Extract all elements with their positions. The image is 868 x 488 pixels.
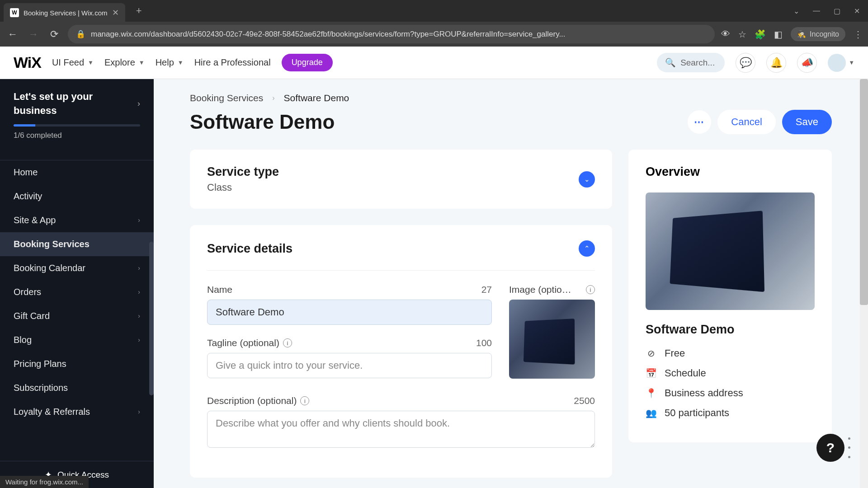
info-icon[interactable]: i — [283, 338, 292, 347]
participants-icon: 👥 — [646, 408, 656, 418]
browser-status-bar: Waiting for frog.wix.com... — [0, 476, 89, 488]
overview-participants: 👥 50 participants — [646, 407, 815, 419]
incognito-icon: 🕵 — [797, 30, 806, 38]
wix-logo[interactable]: WiX — [14, 54, 41, 71]
sidebar-item-booking-calendar[interactable]: Booking Calendar› — [0, 256, 154, 280]
help-drag-handle[interactable] — [848, 434, 852, 462]
close-window-icon[interactable]: ✕ — [854, 7, 860, 15]
chevron-down-icon: ▼ — [139, 59, 145, 66]
breadcrumb-parent[interactable]: Booking Services — [190, 93, 263, 103]
help-button[interactable]: ? — [816, 434, 844, 462]
progress-bar — [14, 124, 140, 127]
sidebar-scrollbar[interactable] — [149, 242, 154, 395]
setup-title: Let's set up your business — [14, 90, 137, 118]
nav-explore[interactable]: Explore▼ — [104, 57, 145, 68]
sidepanel-icon[interactable]: ◧ — [774, 29, 783, 40]
chevron-right-icon: › — [272, 94, 274, 102]
more-actions-button[interactable]: ⋯ — [688, 110, 711, 134]
overview-location: 📍 Business address — [646, 387, 815, 399]
name-char-count: 27 — [481, 284, 492, 295]
notifications-icon[interactable]: 🔔 — [766, 53, 786, 73]
collapse-button[interactable]: ⌃ — [579, 240, 595, 257]
chevron-down-icon: ▼ — [88, 59, 94, 66]
sidebar-item-orders[interactable]: Orders› — [0, 280, 154, 304]
browser-tab-bar: W Booking Services | Wix.com ✕ + ⌄ ― ▢ ✕ — [0, 0, 868, 22]
laptop-preview-icon — [670, 211, 764, 292]
overview-card: Overview Software Demo ⊘ Free 📅 Schedule — [628, 150, 832, 442]
page-title: Software Demo — [190, 111, 335, 133]
maximize-icon[interactable]: ▢ — [834, 7, 840, 15]
nav-help[interactable]: Help▼ — [156, 57, 184, 68]
sidebar-item-activity[interactable]: Activity — [0, 184, 154, 208]
service-type-title: Service type — [207, 165, 279, 179]
sidebar-item-gift-card[interactable]: Gift Card› — [0, 304, 154, 328]
service-details-title: Service details — [207, 242, 292, 256]
new-tab-button[interactable]: + — [132, 2, 146, 19]
browser-tab[interactable]: W Booking Services | Wix.com ✕ — [4, 3, 125, 22]
calendar-icon: 📅 — [646, 368, 656, 379]
incognito-badge[interactable]: 🕵 Incognito — [791, 27, 845, 41]
chevron-right-icon: › — [138, 408, 140, 415]
nav-hire-professional[interactable]: Hire a Professional — [194, 57, 271, 68]
window-controls: ⌄ ― ▢ ✕ — [793, 7, 864, 15]
account-menu[interactable]: ▼ — [828, 54, 854, 72]
image-upload[interactable] — [509, 300, 595, 379]
tagline-input[interactable] — [207, 353, 492, 378]
tagline-char-count: 100 — [476, 338, 492, 348]
tab-close-icon[interactable]: ✕ — [112, 8, 119, 18]
name-input[interactable] — [207, 300, 492, 325]
description-label: Description (optional) i — [207, 395, 309, 406]
inbox-icon[interactable]: 💬 — [736, 53, 755, 73]
chevron-right-icon: › — [138, 312, 140, 319]
minimize-icon[interactable]: ― — [813, 7, 820, 15]
sidebar-item-booking-services[interactable]: Booking Services — [0, 232, 154, 256]
wix-header: WiX UI Feed▼ Explore▼ Help▼ Hire a Profe… — [0, 47, 868, 79]
progress-text: 1/6 completed — [14, 131, 140, 140]
location-icon: 📍 — [646, 388, 656, 399]
chevron-right-icon: › — [138, 216, 140, 224]
description-char-count: 2500 — [574, 395, 595, 406]
tabs-dropdown-icon[interactable]: ⌄ — [793, 7, 799, 15]
browser-menu-icon[interactable]: ⋮ — [854, 29, 863, 40]
info-icon[interactable]: i — [300, 396, 309, 405]
tagline-label: Tagline (optional) i — [207, 338, 292, 348]
scrollbar-thumb[interactable] — [860, 79, 868, 305]
save-button[interactable]: Save — [782, 110, 832, 134]
avatar-icon — [828, 54, 846, 72]
breadcrumb: Booking Services › Software Demo — [190, 93, 832, 103]
tab-title: Booking Services | Wix.com — [24, 9, 108, 17]
info-icon[interactable]: i — [586, 285, 595, 294]
expand-button[interactable]: ⌄ — [579, 171, 595, 188]
sidebar-item-pricing-plans[interactable]: Pricing Plans — [0, 352, 154, 376]
upgrade-button[interactable]: Upgrade — [282, 54, 333, 71]
overview-image — [646, 192, 815, 310]
name-label: Name — [207, 284, 232, 295]
sidebar-item-blog[interactable]: Blog› — [0, 328, 154, 352]
search-input[interactable]: 🔍 Search... — [657, 53, 725, 72]
eye-off-icon[interactable]: 👁 — [721, 29, 730, 39]
laptop-preview-icon — [523, 319, 575, 365]
lock-icon: 🔒 — [76, 29, 85, 39]
overview-price: ⊘ Free — [646, 347, 815, 359]
sidebar-item-subscriptions[interactable]: Subscriptions — [0, 376, 154, 400]
bookmark-star-icon[interactable]: ☆ — [738, 29, 746, 40]
sidebar-item-site-app[interactable]: Site & App› — [0, 208, 154, 232]
setup-progress-card[interactable]: Let's set up your business › 1/6 complet… — [0, 90, 154, 149]
announcements-icon[interactable]: 📣 — [797, 53, 817, 73]
sidebar-item-loyalty-referrals[interactable]: Loyalty & Referrals› — [0, 400, 154, 424]
forward-button[interactable]: → — [26, 28, 41, 40]
sidebar-nav: Home Activity Site & App› Booking Servic… — [0, 160, 154, 424]
reload-button[interactable]: ⟳ — [47, 28, 61, 40]
sidebar-item-home[interactable]: Home — [0, 160, 154, 184]
chevron-right-icon: › — [138, 288, 140, 296]
service-details-card: Service details ⌃ Name 27 — [190, 225, 612, 478]
nav-ui-feed[interactable]: UI Feed▼ — [52, 57, 94, 68]
back-button[interactable]: ← — [5, 28, 20, 40]
extensions-icon[interactable]: 🧩 — [755, 29, 766, 40]
cancel-button[interactable]: Cancel — [717, 110, 775, 134]
description-input[interactable] — [207, 411, 595, 448]
content-scrollbar[interactable] — [860, 79, 868, 488]
address-bar[interactable]: 🔒 manage.wix.com/dashboard/d5602430-02c7… — [68, 25, 715, 43]
chevron-right-icon: › — [137, 99, 140, 108]
overview-schedule: 📅 Schedule — [646, 367, 815, 379]
